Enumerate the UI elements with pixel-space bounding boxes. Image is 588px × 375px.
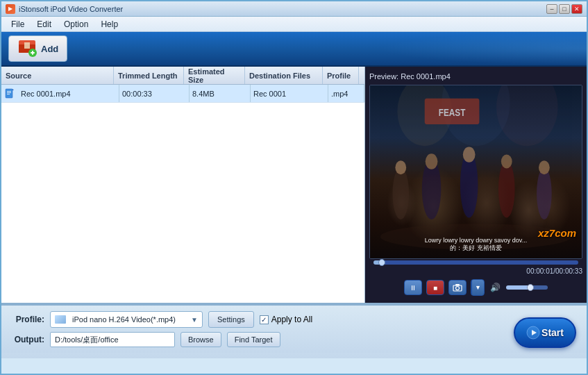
- camera-dropdown[interactable]: ▼: [471, 279, 485, 296]
- apply-label: Apply to All: [271, 315, 312, 324]
- profile-select[interactable]: iPod nano H.264 Video(*.mp4) ▼: [50, 311, 203, 328]
- pause-button[interactable]: ⏸: [404, 280, 422, 295]
- svg-marker-2: [24, 42, 30, 49]
- time-current: 00:00:01: [526, 267, 553, 275]
- file-list-area: Source Trimmed Length Estimated Size Des…: [1, 67, 365, 303]
- seekbar-container: [369, 259, 582, 266]
- browse-button[interactable]: Browse: [180, 332, 221, 347]
- preview-area: Preview: Rec 0001.mp4: [365, 67, 587, 303]
- col-header-trimmed: Trimmed Length: [114, 67, 184, 84]
- settings-button[interactable]: Settings: [208, 311, 254, 328]
- svg-point-21: [537, 167, 552, 219]
- preview-title: Preview: Rec 0001.mp4: [369, 71, 582, 82]
- video-frame: FEAST xz7com Lowry lowry lowry dowry sav…: [369, 85, 582, 259]
- svg-point-20: [501, 155, 512, 169]
- camera-button[interactable]: [448, 280, 467, 295]
- minimize-button[interactable]: –: [546, 4, 557, 14]
- profile-icon: [55, 315, 66, 324]
- svg-rect-8: [7, 92, 11, 93]
- cell-profile: .mp4: [328, 85, 364, 102]
- close-button[interactable]: ✕: [571, 4, 582, 14]
- menu-help[interactable]: Help: [95, 18, 124, 31]
- maximize-button[interactable]: □: [559, 4, 570, 14]
- toolbar: Add: [1, 32, 587, 67]
- time-bar: 00:00:01/00:00:33: [369, 266, 582, 276]
- svg-point-14: [395, 160, 406, 174]
- svg-marker-10: [12, 89, 14, 90]
- menu-file[interactable]: File: [6, 18, 30, 31]
- bottom-bar: Profile: iPod nano H.264 Video(*.mp4) ▼ …: [1, 304, 587, 353]
- table-body: Rec 0001.mp4 00:00:33 8.4MB Rec 0001 .mp…: [1, 85, 364, 303]
- volume-thumb: [527, 284, 534, 291]
- col-header-profile: Profile: [323, 67, 359, 84]
- cell-destination: Rec 0001: [251, 85, 328, 102]
- col-header-destination: Destination Files: [245, 67, 323, 84]
- title-bar: ▶ iStonsoft iPod Video Converter – □ ✕: [1, 1, 587, 17]
- app-title: iStonsoft iPod Video Converter: [19, 5, 123, 13]
- svg-point-25: [496, 85, 558, 146]
- watermark: xz7com: [538, 227, 576, 239]
- title-left: ▶ iStonsoft iPod Video Converter: [6, 4, 123, 14]
- apply-to-all-check[interactable]: ✓ Apply to All: [260, 315, 312, 324]
- svg-rect-5: [32, 51, 33, 55]
- svg-rect-30: [455, 284, 460, 286]
- profile-row: Profile: iPod nano H.264 Video(*.mp4) ▼ …: [10, 311, 578, 328]
- seekbar-thumb: [378, 259, 385, 266]
- menu-bar: File Edit Option Help: [1, 17, 587, 32]
- seekbar[interactable]: [373, 260, 578, 265]
- col-header-source: Source: [1, 67, 114, 84]
- start-label: Start: [541, 327, 564, 338]
- time-total: 00:00:33: [555, 267, 582, 275]
- title-controls: – □ ✕: [546, 4, 582, 14]
- app-icon: ▶: [6, 4, 15, 14]
- svg-point-18: [463, 147, 476, 162]
- video-thumbnail: FEAST xz7com Lowry lowry lowry dowry sav…: [370, 85, 582, 258]
- file-icon: [4, 88, 15, 99]
- add-button[interactable]: Add: [8, 35, 67, 62]
- output-input[interactable]: D:/tools/桌面/office: [50, 332, 175, 347]
- stop-button[interactable]: ■: [426, 280, 444, 295]
- svg-point-19: [498, 160, 515, 217]
- table-header: Source Trimmed Length Estimated Size Des…: [1, 67, 364, 85]
- menu-edit[interactable]: Edit: [31, 18, 57, 31]
- cell-estimated: 8.4MB: [190, 85, 251, 102]
- subtitle-text: Lowry lowry lowry dowry savoy dov... 的：美…: [425, 237, 527, 253]
- profile-value: iPod nano H.264 Video(*.mp4): [72, 315, 176, 324]
- output-label: Output:: [10, 335, 44, 344]
- cell-trimmed: 00:00:33: [119, 85, 190, 102]
- svg-point-22: [539, 160, 550, 174]
- svg-point-13: [392, 167, 409, 219]
- main-content: Source Trimmed Length Estimated Size Des…: [1, 67, 587, 303]
- svg-text:FEAST: FEAST: [439, 106, 466, 118]
- find-target-button[interactable]: Find Target: [227, 332, 280, 347]
- output-row: Output: D:/tools/桌面/office Browse Find T…: [10, 332, 578, 347]
- svg-point-16: [426, 153, 438, 169]
- volume-icon: 🔊: [490, 283, 501, 292]
- start-button[interactable]: Start: [514, 317, 576, 348]
- svg-rect-7: [7, 91, 11, 92]
- svg-rect-9: [7, 94, 10, 94]
- volume-slider[interactable]: [506, 285, 548, 290]
- cell-source: Rec 0001.mp4: [18, 85, 119, 102]
- table-row[interactable]: Rec 0001.mp4 00:00:33 8.4MB Rec 0001 .mp…: [1, 85, 364, 103]
- profile-dropdown-arrow-icon: ▼: [191, 316, 198, 324]
- svg-point-29: [456, 287, 460, 290]
- col-header-estimated: Estimated Size: [184, 67, 245, 84]
- dropdown-arrow-icon: ▼: [471, 280, 484, 295]
- preview-filename: Rec 0001.mp4: [401, 72, 451, 81]
- apply-checkbox[interactable]: ✓: [260, 315, 269, 324]
- bottom-area: Profile: iPod nano H.264 Video(*.mp4) ▼ …: [1, 303, 587, 358]
- menu-option[interactable]: Option: [58, 18, 94, 31]
- add-label: Add: [41, 44, 58, 54]
- profile-label: Profile:: [10, 315, 44, 324]
- add-icon: [17, 39, 37, 58]
- player-controls: ⏸ ■ ▼ 🔊: [369, 276, 582, 299]
- svg-rect-6: [6, 89, 12, 98]
